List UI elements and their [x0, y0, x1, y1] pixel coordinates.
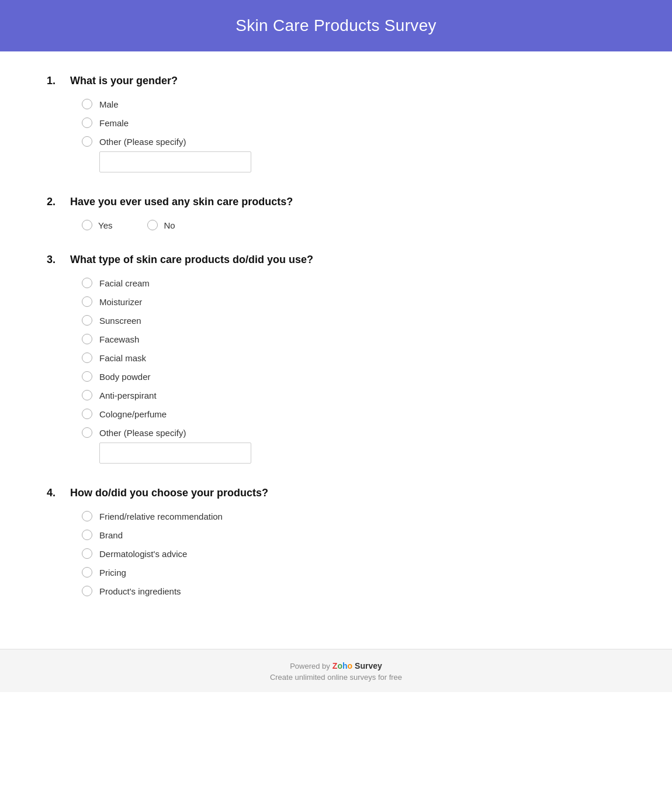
question-4-number: 4.	[47, 487, 70, 499]
used-yes-radio[interactable]	[82, 220, 92, 230]
zoho-z: Z	[332, 661, 338, 670]
product-moisturizer-radio[interactable]	[82, 296, 92, 307]
list-item: Pricing	[82, 567, 625, 578]
used-yes-label: Yes	[98, 220, 112, 230]
zoho-h: h	[342, 661, 348, 670]
list-item: Other (Please specify)	[82, 427, 625, 464]
used-no-radio[interactable]	[147, 220, 158, 230]
list-item: Female	[82, 117, 625, 128]
question-4-text: How do/did you choose your products?	[70, 487, 268, 499]
question-1: 1. What is your gender? Male Female Othe…	[47, 75, 625, 172]
question-2-number: 2.	[47, 196, 70, 208]
gender-other-label: Other (Please specify)	[99, 137, 186, 147]
question-3-number: 3.	[47, 254, 70, 266]
choose-friend-label: Friend/relative recommendation	[99, 511, 223, 521]
product-sunscreen-label: Sunscreen	[99, 316, 141, 326]
list-item: Cologne/perfume	[82, 409, 625, 419]
choose-brand-radio[interactable]	[82, 530, 92, 540]
question-2: 2. Have you ever used any skin care prod…	[47, 196, 625, 230]
product-facial-mask-radio[interactable]	[82, 352, 92, 363]
question-1-options: Male Female Other (Please specify)	[82, 99, 625, 172]
product-antiperspirant-radio[interactable]	[82, 390, 92, 400]
product-cologne-radio[interactable]	[82, 409, 92, 419]
product-other-radio[interactable]	[82, 427, 92, 438]
list-item: Friend/relative recommendation	[82, 511, 625, 521]
gender-male-radio[interactable]	[82, 99, 92, 109]
product-facewash-label: Facewash	[99, 334, 139, 344]
survey-body: 1. What is your gender? Male Female Othe…	[0, 51, 672, 643]
powered-by-line: Powered by Zoho Survey	[0, 661, 672, 670]
product-facewash-radio[interactable]	[82, 334, 92, 344]
list-item: Brand	[82, 530, 625, 540]
footer-sub-text: Create unlimited online surveys for free	[0, 673, 672, 682]
used-no-label: No	[164, 220, 175, 230]
list-item: No	[147, 220, 175, 230]
product-facial-cream-radio[interactable]	[82, 278, 92, 288]
product-facial-cream-label: Facial cream	[99, 278, 150, 288]
list-item: Yes	[82, 220, 112, 230]
choose-brand-label: Brand	[99, 530, 123, 540]
question-3-options: Facial cream Moisturizer Sunscreen Facew…	[82, 278, 625, 464]
question-3-text: What type of skin care products do/did y…	[70, 254, 313, 266]
list-item: Moisturizer	[82, 296, 625, 307]
survey-footer: Powered by Zoho Survey Create unlimited …	[0, 649, 672, 692]
product-moisturizer-label: Moisturizer	[99, 297, 142, 307]
powered-by-text: Powered by	[290, 662, 330, 670]
gender-female-radio[interactable]	[82, 117, 92, 128]
list-item: Facewash	[82, 334, 625, 344]
survey-word: Survey	[355, 661, 382, 670]
choose-ingredients-radio[interactable]	[82, 586, 92, 596]
choose-friend-radio[interactable]	[82, 511, 92, 521]
list-item: Anti-perspirant	[82, 390, 625, 400]
gender-other-radio[interactable]	[82, 136, 92, 147]
product-body-powder-radio[interactable]	[82, 371, 92, 382]
survey-title: Skin Care Products Survey	[0, 16, 672, 35]
product-other-input[interactable]	[99, 443, 251, 464]
question-1-number: 1.	[47, 75, 70, 87]
question-4-options: Friend/relative recommendation Brand Der…	[82, 511, 625, 596]
choose-pricing-radio[interactable]	[82, 567, 92, 578]
list-item: Sunscreen	[82, 315, 625, 326]
question-3: 3. What type of skin care products do/di…	[47, 254, 625, 464]
choose-dermatologist-radio[interactable]	[82, 548, 92, 559]
list-item: Facial mask	[82, 352, 625, 363]
survey-header: Skin Care Products Survey	[0, 0, 672, 51]
product-facial-mask-label: Facial mask	[99, 353, 146, 363]
list-item: Male	[82, 99, 625, 109]
zoho-logo: Zoho	[332, 661, 352, 670]
question-1-text: What is your gender?	[70, 75, 178, 87]
product-antiperspirant-label: Anti-perspirant	[99, 390, 157, 400]
gender-female-label: Female	[99, 118, 129, 128]
product-body-powder-label: Body powder	[99, 372, 151, 382]
gender-other-input[interactable]	[99, 151, 251, 172]
product-cologne-label: Cologne/perfume	[99, 409, 167, 419]
choose-ingredients-label: Product's ingredients	[99, 586, 181, 596]
list-item: Dermatologist's advice	[82, 548, 625, 559]
list-item: Facial cream	[82, 278, 625, 288]
zoho-o2: o	[348, 661, 353, 670]
product-sunscreen-radio[interactable]	[82, 315, 92, 326]
list-item: Product's ingredients	[82, 586, 625, 596]
list-item: Other (Please specify)	[82, 136, 625, 172]
question-2-options: Yes No	[82, 220, 625, 230]
question-4: 4. How do/did you choose your products? …	[47, 487, 625, 596]
list-item: Body powder	[82, 371, 625, 382]
choose-dermatologist-label: Dermatologist's advice	[99, 549, 187, 559]
choose-pricing-label: Pricing	[99, 568, 126, 578]
question-2-text: Have you ever used any skin care product…	[70, 196, 293, 208]
product-other-label: Other (Please specify)	[99, 428, 186, 438]
gender-male-label: Male	[99, 99, 119, 109]
zoho-o1: o	[337, 661, 342, 670]
